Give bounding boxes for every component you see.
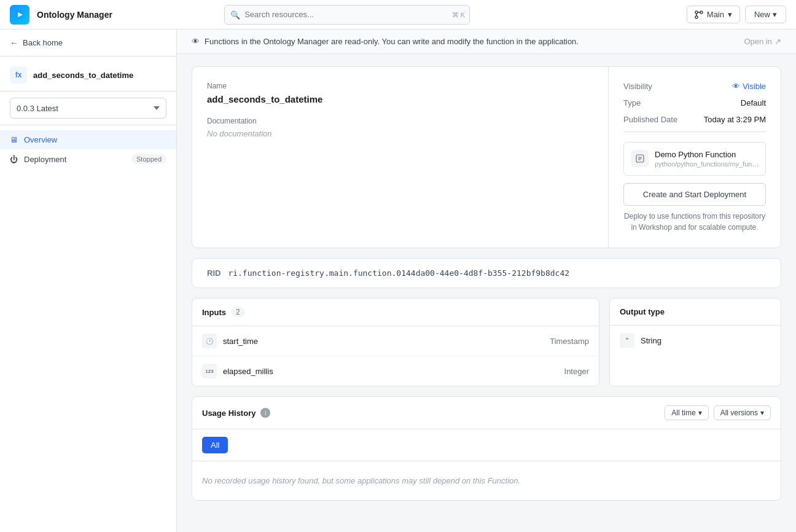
branch-chevron-icon: ▾ <box>728 10 732 19</box>
sidebar: ← Back home fx add_seconds_to_datetime 0… <box>0 29 177 532</box>
usage-empty-text: No recorded usage history found, but som… <box>192 461 781 500</box>
usage-card: Usage History i All time ▾ All versions … <box>192 396 781 501</box>
visibility-row: Visibility 👁 Visible <box>623 82 766 91</box>
search-input[interactable] <box>224 5 470 25</box>
svg-point-4 <box>695 16 698 18</box>
visibility-label: Visibility <box>623 82 652 91</box>
table-row: 🕐 start_time Timestamp <box>192 326 599 356</box>
inputs-title: Inputs <box>202 308 226 317</box>
integer-icon: 123 <box>202 364 217 378</box>
monitor-icon: 🖥 <box>10 135 18 144</box>
function-header: fx add_seconds_to_datetime <box>0 57 176 92</box>
deployment-status-badge: Stopped <box>131 154 166 164</box>
info-right: Visibility 👁 Visible Type Default Publis… <box>609 67 781 248</box>
name-label: Name <box>207 82 593 90</box>
eye-icon: 👁 <box>192 37 200 46</box>
published-row: Published Date Today at 3:29 PM <box>623 115 766 124</box>
output-row: " String <box>610 326 781 355</box>
layout: ← Back home fx add_seconds_to_datetime 0… <box>0 29 796 532</box>
open-in-button[interactable]: Open in ↗ <box>744 37 781 46</box>
sidebar-item-label: Deployment <box>24 155 66 164</box>
outputs-card: Output type " String <box>609 298 781 386</box>
demo-python-info: Demo Python Function python/python_funct… <box>655 150 759 168</box>
param-type: Timestamp <box>550 337 589 346</box>
new-chevron-icon: ▾ <box>773 10 777 19</box>
main-content: 👁 Functions in the Ontology Manager are … <box>177 29 796 532</box>
sidebar-item-label: Overview <box>24 135 57 144</box>
param-type: Integer <box>564 367 589 376</box>
open-in-label: Open in <box>744 37 772 46</box>
rid-value: ri.function-registry.main.function.0144d… <box>228 268 569 278</box>
notice-text: Functions in the Ontology Manager are re… <box>205 37 579 46</box>
usage-title: Usage History <box>202 409 256 418</box>
info-card: Name add_seconds_to_datetime Documentati… <box>192 66 781 248</box>
inputs-card: Inputs 2 🕐 start_time Timestamp 123 elap… <box>192 298 599 386</box>
inputs-header: Inputs 2 <box>192 299 599 326</box>
versions-filter-label: All versions <box>720 409 758 417</box>
rid-row: RID ri.function-registry.main.function.0… <box>192 258 781 288</box>
time-filter-button[interactable]: All time ▾ <box>665 405 708 420</box>
back-arrow-icon: ← <box>10 38 18 47</box>
app-logo[interactable] <box>10 5 29 25</box>
demo-python-title: Demo Python Function <box>655 150 759 159</box>
quotes-icon: " <box>620 333 634 348</box>
usage-filters: All time ▾ All versions ▾ <box>665 405 771 420</box>
doc-label: Documentation <box>207 117 593 125</box>
version-selector: 0.0.3 Latest <box>0 92 176 125</box>
type-label: Type <box>623 98 641 108</box>
deploy-description: Deploy to use functions from this reposi… <box>623 211 766 233</box>
output-type-value: String <box>641 336 661 345</box>
published-value: Today at 3:29 PM <box>704 115 766 124</box>
demo-python-button[interactable]: Demo Python Function python/python_funct… <box>623 142 766 176</box>
deploy-button[interactable]: Create and Start Deployment <box>623 183 766 206</box>
inputs-count: 2 <box>231 307 245 317</box>
info-left: Name add_seconds_to_datetime Documentati… <box>192 67 609 248</box>
io-row: Inputs 2 🕐 start_time Timestamp 123 elap… <box>192 298 781 386</box>
usage-title-area: Usage History i <box>202 408 270 418</box>
usage-tabs: All <box>192 429 781 461</box>
version-select[interactable]: 0.0.3 Latest <box>10 98 166 119</box>
sidebar-item-deployment[interactable]: ⏻ Deployment Stopped <box>0 149 176 169</box>
topbar-right: Main ▾ New ▾ <box>687 6 786 23</box>
param-name: elapsed_millis <box>223 367 558 376</box>
param-name: start_time <box>223 337 544 346</box>
time-filter-label: All time <box>671 409 695 417</box>
topbar: Ontology Manager 🔍 ⌘ K Main ▾ New ▾ <box>0 0 796 29</box>
notice-bar: 👁 Functions in the Ontology Manager are … <box>177 29 796 54</box>
app-title: Ontology Manager <box>37 10 112 20</box>
clock-icon: 🕐 <box>202 334 217 348</box>
search-shortcut: ⌘ K <box>452 10 465 18</box>
search-icon: 🔍 <box>230 10 240 19</box>
meta-divider <box>623 131 766 132</box>
doc-value: No documentation <box>207 129 593 138</box>
published-label: Published Date <box>623 115 677 124</box>
power-icon: ⏻ <box>10 155 18 164</box>
demo-python-path: python/python_functions/my_fun… <box>655 160 759 168</box>
time-filter-chevron: ▾ <box>698 409 702 417</box>
sidebar-nav: 🖥 Overview ⏻ Deployment Stopped <box>0 125 176 174</box>
new-button[interactable]: New ▾ <box>745 6 786 23</box>
function-icon: fx <box>10 66 27 84</box>
all-tab-button[interactable]: All <box>202 437 228 453</box>
branch-label: Main <box>707 10 724 19</box>
sidebar-item-overview[interactable]: 🖥 Overview <box>0 130 176 149</box>
visibility-value: 👁 Visible <box>732 82 766 91</box>
svg-point-2 <box>695 11 698 14</box>
search-container: 🔍 ⌘ K <box>224 5 470 25</box>
versions-filter-chevron: ▾ <box>760 409 764 417</box>
type-row: Type Default <box>623 98 766 108</box>
notice-left: 👁 Functions in the Ontology Manager are … <box>192 37 579 46</box>
usage-header: Usage History i All time ▾ All versions … <box>192 397 781 429</box>
info-icon[interactable]: i <box>260 408 270 418</box>
table-row: 123 elapsed_millis Integer <box>192 356 599 386</box>
type-value: Default <box>741 98 766 108</box>
back-home-button[interactable]: ← Back home <box>0 29 176 57</box>
eye-icon-sm: 👁 <box>732 82 740 91</box>
branch-button[interactable]: Main ▾ <box>687 6 740 23</box>
rid-label: RID <box>207 268 220 278</box>
function-name: add_seconds_to_datetime <box>33 71 133 80</box>
versions-filter-button[interactable]: All versions ▾ <box>714 405 771 420</box>
open-in-icon: ↗ <box>775 37 781 46</box>
output-title: Output type <box>620 307 665 316</box>
content-area: Name add_seconds_to_datetime Documentati… <box>177 54 796 513</box>
